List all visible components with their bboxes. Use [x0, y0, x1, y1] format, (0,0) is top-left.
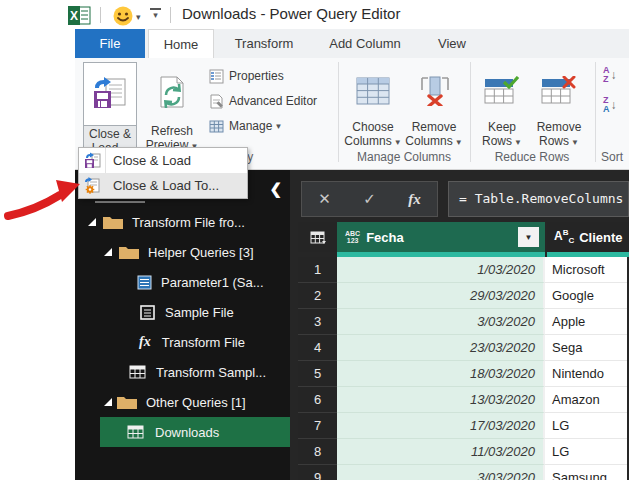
red-annotation-arrow: [2, 176, 84, 224]
table-row[interactable]: 229/03/2020Google: [298, 283, 629, 309]
tree-item-downloads[interactable]: Downloads: [75, 417, 290, 447]
sort-desc-arrow-icon: ↓: [611, 101, 617, 110]
keep-rows-caret: ▼: [514, 138, 522, 147]
tab-transform[interactable]: Transform: [225, 29, 303, 58]
tree-item-transform-sample[interactable]: Transform Sampl...: [75, 357, 290, 387]
keep-rows-button[interactable]: Keep Rows▼: [476, 62, 528, 150]
close-and-load-dropdown-menu: Close & Load Close & Load To...: [78, 147, 248, 199]
table-row[interactable]: 33/03/2020Apple: [298, 309, 629, 335]
queries-pane-header-underline: [95, 201, 145, 203]
tree-item-transform-file-from[interactable]: Transform File fro...: [75, 207, 290, 237]
fx-icon[interactable]: fx: [408, 191, 421, 208]
tree-item-parameter1[interactable]: Parameter1 (Sa...: [75, 267, 290, 297]
table-row[interactable]: 613/03/2020Amazon: [298, 387, 629, 413]
table-icon: [127, 425, 144, 439]
cancel-formula-icon[interactable]: ✕: [318, 190, 331, 208]
advanced-editor-button[interactable]: Advanced Editor: [207, 91, 317, 111]
ribbon-tab-strip: File Home Transform Add Column View: [75, 29, 629, 58]
manage-icon: [207, 120, 225, 133]
manage-button[interactable]: Manage▼: [207, 116, 282, 136]
folder-icon: [118, 244, 140, 260]
menu-item-close-and-load[interactable]: Close & Load: [79, 148, 247, 173]
choose-columns-caret: ▼: [394, 138, 402, 147]
keep-rows-icon: [484, 76, 520, 106]
close-and-load-button[interactable]: Close & Load▼: [83, 62, 137, 156]
properties-button[interactable]: Properties: [207, 66, 284, 86]
tree-item-helper-queries[interactable]: Helper Queries [3]: [75, 237, 290, 267]
excel-app-icon: X: [68, 6, 91, 25]
ribbon-separator: [338, 62, 339, 162]
table-icon: [129, 365, 146, 379]
titlebar-divider-2: [170, 7, 171, 23]
remove-columns-icon: [417, 76, 451, 106]
titlebar-divider: [100, 7, 101, 23]
type-text-icon: ABC: [554, 228, 574, 245]
ribbon-separator-3: [595, 62, 596, 162]
group-label-reduce-rows: Reduce Rows: [476, 150, 588, 164]
tab-add-column[interactable]: Add Column: [316, 29, 414, 58]
choose-columns-icon: [356, 77, 390, 105]
sort-asc-arrow-icon: ↓: [611, 71, 617, 80]
close-and-load-menu-icon: [79, 152, 105, 169]
power-query-editor-window: X ▾ ▾ Downloads - Power Query Editor Fil…: [0, 0, 629, 480]
quick-access-customize-icon[interactable]: ▾: [150, 8, 161, 18]
manage-caret: ▼: [274, 122, 282, 131]
parameter-icon: [137, 275, 152, 290]
table-corner-button[interactable]: [298, 222, 337, 252]
tree-item-sample-file[interactable]: Sample File: [75, 297, 290, 327]
tab-file[interactable]: File: [75, 29, 145, 58]
expand-triangle-icon[interactable]: [104, 398, 112, 406]
remove-rows-icon: [541, 76, 577, 106]
column-header-cliente[interactable]: ABC Cliente: [547, 222, 629, 252]
smiley-dropdown-caret[interactable]: ▾: [136, 12, 141, 22]
expand-triangle-icon[interactable]: [88, 218, 96, 226]
choose-columns-button[interactable]: Choose Columns▼: [344, 62, 402, 150]
data-preview-area: ✕ ✓ fx = Table.RemoveColumns ABC123 Fech…: [290, 170, 629, 480]
column-name-cliente: Cliente: [579, 230, 622, 245]
group-label-sort: Sort: [590, 150, 629, 164]
confirm-formula-icon[interactable]: ✓: [363, 190, 376, 208]
collapse-queries-pane-icon[interactable]: ❮: [269, 181, 282, 196]
remove-rows-caret: ▼: [571, 138, 579, 147]
table-row[interactable]: 717/03/2020LG: [298, 413, 629, 439]
title-bar: X ▾ ▾ Downloads - Power Query Editor: [0, 0, 629, 29]
close-and-load-icon: [92, 76, 128, 112]
column-name-fecha: Fecha: [366, 230, 404, 245]
folder-icon: [116, 394, 138, 410]
refresh-preview-icon: [155, 75, 189, 111]
tree-item-other-queries[interactable]: Other Queries [1]: [75, 387, 290, 417]
expand-triangle-icon[interactable]: [104, 248, 112, 256]
remove-columns-button[interactable]: Remove Columns▼: [404, 62, 464, 150]
menu-item-close-and-load-to[interactable]: Close & Load To...: [79, 173, 247, 198]
window-title: Downloads - Power Query Editor: [182, 5, 400, 22]
queries-pane: ❮ Transform File fro... Helper Queries […: [75, 170, 290, 480]
table-row[interactable]: 93/03/2020Samsung: [298, 465, 629, 480]
svg-text:X: X: [70, 9, 78, 23]
ribbon-separator-2: [470, 62, 471, 162]
refresh-preview-button[interactable]: Refresh Preview▼: [143, 62, 201, 154]
group-label-manage-columns: Manage Columns: [344, 150, 464, 164]
advanced-editor-icon: [207, 94, 225, 109]
column-header-fecha[interactable]: ABC123 Fecha ▼: [337, 222, 545, 252]
sort-ascending-button[interactable]: AZ ↓: [603, 66, 617, 84]
type-any-icon: ABC123: [345, 230, 360, 244]
document-icon: [140, 305, 155, 320]
folder-icon: [102, 214, 124, 230]
formula-input[interactable]: = Table.RemoveColumns: [448, 181, 629, 217]
remove-columns-caret: ▼: [455, 138, 463, 147]
table-row[interactable]: 423/03/2020Sega: [298, 335, 629, 361]
table-row[interactable]: 518/03/2020Nintendo: [298, 361, 629, 387]
table-row[interactable]: 11/03/2020Microsoft: [298, 257, 629, 283]
formula-toolbar: ✕ ✓ fx: [301, 181, 438, 217]
table-menu-icon: [310, 231, 326, 244]
tab-home[interactable]: Home: [148, 29, 214, 58]
table-row[interactable]: 811/03/2020LG: [298, 439, 629, 465]
properties-icon: [207, 69, 225, 84]
sort-descending-button[interactable]: ZA ↓: [603, 96, 617, 114]
remove-rows-button[interactable]: Remove Rows▼: [530, 62, 588, 150]
function-icon: fx: [139, 334, 151, 350]
tab-view[interactable]: View: [426, 29, 478, 58]
tree-item-transform-file[interactable]: fx Transform File: [75, 327, 290, 357]
smiley-quick-access-icon[interactable]: [113, 6, 133, 26]
filter-dropdown-button[interactable]: ▼: [518, 227, 539, 247]
